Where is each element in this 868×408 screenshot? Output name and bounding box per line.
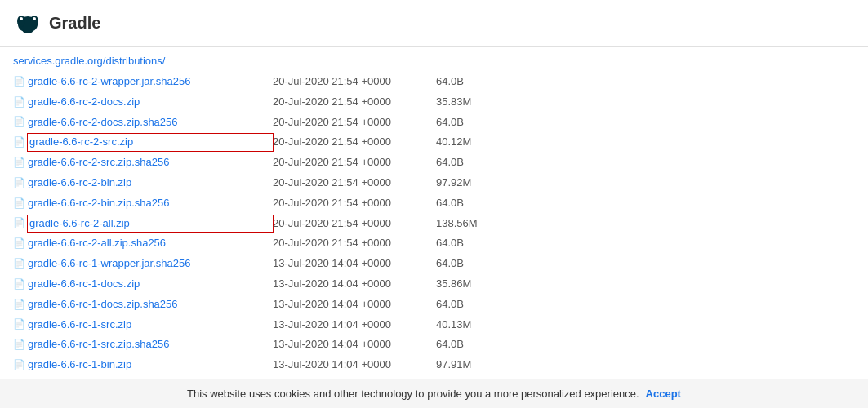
file-date: 13-Jul-2020 14:04 +0000 <box>273 357 436 374</box>
table-row: 📄gradle-6.6-rc-2-docs.zip.sha25620-Jul-2… <box>13 113 855 133</box>
accept-button[interactable]: Accept <box>646 388 681 398</box>
file-name-link[interactable]: gradle-6.6-rc-2-bin.zip <box>28 175 273 192</box>
breadcrumb: services.gradle.org/distributions/ <box>0 47 868 72</box>
file-size: 35.86M <box>436 276 471 293</box>
file-name-link[interactable]: gradle-6.6-rc-2-wrapper.jar.sha256 <box>28 73 273 91</box>
file-icon: 📄 <box>13 177 24 188</box>
file-name-link[interactable]: gradle-6.6-rc-1-docs.zip <box>28 276 273 293</box>
file-name-link[interactable]: gradle-6.6-rc-2-bin.zip.sha256 <box>28 195 273 212</box>
file-icon: 📄 <box>13 259 24 270</box>
file-size: 97.92M <box>436 175 471 192</box>
file-name-link[interactable]: gradle-6.6-rc-2-src.zip <box>28 134 273 151</box>
file-name-link[interactable]: gradle-6.6-rc-2-docs.zip <box>28 94 273 111</box>
file-icon: 📄 <box>13 197 24 209</box>
table-row: 📄gradle-6.6-rc-1-wrapper.jar.sha25613-Ju… <box>13 254 855 274</box>
table-row: 📄gradle-6.6-rc-1-src.zip13-Jul-2020 14:0… <box>13 315 855 335</box>
file-date: 13-Jul-2020 14:04 +0000 <box>273 317 436 334</box>
file-name-link[interactable]: gradle-6.6-rc-2-src.zip.sha256 <box>28 154 273 171</box>
file-size: 64.0B <box>436 235 464 252</box>
breadcrumb-distributions[interactable]: distributions/ <box>105 55 165 67</box>
file-icon: 📄 <box>13 76 24 87</box>
file-size: 64.0B <box>436 73 464 91</box>
file-date: 20-Jul-2020 21:54 +0000 <box>273 114 436 131</box>
file-size: 97.91M <box>436 357 471 374</box>
file-date: 13-Jul-2020 14:04 +0000 <box>273 336 436 353</box>
file-date: 20-Jul-2020 21:54 +0000 <box>273 94 436 111</box>
cookie-text: This website uses cookies and other tech… <box>187 388 639 398</box>
file-size: 64.0B <box>436 336 464 353</box>
file-icon: 📄 <box>13 157 24 169</box>
gradle-logo <box>13 8 42 38</box>
table-row: 📄gradle-6.6-rc-2-wrapper.jar.sha25620-Ju… <box>13 72 855 92</box>
table-row: 📄gradle-6.6-rc-2-all.zip.sha25620-Jul-20… <box>13 233 855 254</box>
table-row: 📄gradle-6.6-rc-2-src.zip.sha25620-Jul-20… <box>13 153 855 173</box>
table-row: 📄gradle-6.6-rc-1-docs.zip13-Jul-2020 14:… <box>13 274 855 295</box>
file-size: 40.12M <box>436 134 471 151</box>
app-title: Gradle <box>49 14 100 33</box>
file-size: 35.83M <box>436 94 471 111</box>
file-date: 20-Jul-2020 21:54 +0000 <box>273 215 436 233</box>
file-size: 64.0B <box>436 255 464 273</box>
file-list: 📄gradle-6.6-rc-2-wrapper.jar.sha25620-Ju… <box>0 72 868 398</box>
file-icon: 📄 <box>13 339 24 351</box>
svg-point-3 <box>20 17 23 20</box>
file-date: 20-Jul-2020 21:54 +0000 <box>273 134 436 151</box>
file-size: 64.0B <box>436 296 464 313</box>
file-size: 40.13M <box>436 317 471 334</box>
file-name-link[interactable]: gradle-6.6-rc-1-src.zip.sha256 <box>28 336 273 353</box>
file-name-link[interactable]: gradle-6.6-rc-2-docs.zip.sha256 <box>28 114 273 131</box>
table-row: 📄gradle-6.6-rc-1-docs.zip.sha25613-Jul-2… <box>13 295 855 315</box>
file-date: 20-Jul-2020 21:54 +0000 <box>273 175 436 192</box>
table-row: 📄gradle-6.6-rc-2-src.zip20-Jul-2020 21:5… <box>13 132 855 153</box>
svg-point-4 <box>33 17 36 20</box>
file-date: 20-Jul-2020 21:54 +0000 <box>273 235 436 252</box>
file-icon: 📄 <box>13 96 24 108</box>
file-size: 64.0B <box>436 195 464 212</box>
file-name-link[interactable]: gradle-6.6-rc-1-docs.zip.sha256 <box>28 296 273 313</box>
table-row: 📄gradle-6.6-rc-2-bin.zip20-Jul-2020 21:5… <box>13 173 855 193</box>
table-row: 📄gradle-6.6-rc-1-bin.zip13-Jul-2020 14:0… <box>13 355 855 375</box>
file-size: 138.56M <box>436 215 478 233</box>
table-row: 📄gradle-6.6-rc-1-src.zip.sha25613-Jul-20… <box>13 335 855 355</box>
file-date: 13-Jul-2020 14:04 +0000 <box>273 296 436 313</box>
file-icon: 📄 <box>13 137 24 149</box>
table-row: 📄gradle-6.6-rc-2-docs.zip20-Jul-2020 21:… <box>13 92 855 113</box>
file-date: 20-Jul-2020 21:54 +0000 <box>273 195 436 212</box>
header: Gradle <box>0 0 868 47</box>
file-name-link[interactable]: gradle-6.6-rc-1-wrapper.jar.sha256 <box>28 255 273 273</box>
breadcrumb-services[interactable]: services.gradle.org/ <box>13 55 105 67</box>
file-icon: 📄 <box>13 218 24 229</box>
file-date: 13-Jul-2020 14:04 +0000 <box>273 255 436 273</box>
file-icon: 📄 <box>13 117 24 128</box>
file-icon: 📄 <box>13 278 24 290</box>
file-date: 13-Jul-2020 14:04 +0000 <box>273 276 436 293</box>
file-size: 64.0B <box>436 114 464 131</box>
svg-point-5 <box>23 29 33 33</box>
file-name-link[interactable]: gradle-6.6-rc-1-bin.zip <box>28 357 273 374</box>
file-name-link[interactable]: gradle-6.6-rc-1-src.zip <box>28 317 273 334</box>
file-date: 20-Jul-2020 21:54 +0000 <box>273 73 436 91</box>
file-size: 64.0B <box>436 154 464 171</box>
table-row: 📄gradle-6.6-rc-2-bin.zip.sha25620-Jul-20… <box>13 193 855 214</box>
file-icon: 📄 <box>13 360 24 371</box>
cookie-banner: This website uses cookies and other tech… <box>0 379 868 398</box>
table-row: 📄gradle-6.6-rc-2-all.zip20-Jul-2020 21:5… <box>13 214 855 234</box>
file-date: 20-Jul-2020 21:54 +0000 <box>273 154 436 171</box>
file-icon: 📄 <box>13 238 24 250</box>
file-icon: 📄 <box>13 319 24 330</box>
file-name-link[interactable]: gradle-6.6-rc-2-all.zip.sha256 <box>28 235 273 252</box>
file-name-link[interactable]: gradle-6.6-rc-2-all.zip <box>28 215 273 233</box>
file-icon: 📄 <box>13 299 24 310</box>
